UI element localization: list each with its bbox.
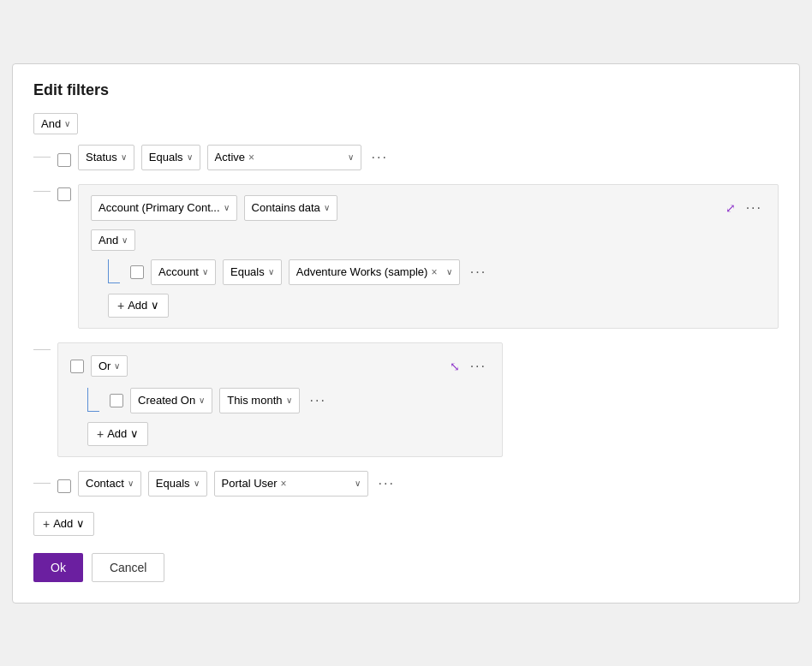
- field-dropdown-status[interactable]: Status ∨: [78, 145, 134, 170]
- operator-dropdown-createdon[interactable]: This month ∨: [219, 388, 299, 413]
- field-dropdown-nested-account[interactable]: Account ∨: [151, 259, 216, 285]
- add-label-or: Add: [107, 427, 127, 440]
- or-operator-dropdown[interactable]: Or ∨: [91, 355, 128, 377]
- row-account-checkbox[interactable]: [57, 187, 71, 201]
- add-chevron-account: ∨: [151, 299, 159, 312]
- value-tag-nested-account: Adventure Works (sample) ×: [296, 265, 438, 278]
- nested-createdon-checkbox[interactable]: [110, 394, 123, 407]
- connector-account: [33, 191, 51, 192]
- sub-and-chevron: ∨: [122, 235, 128, 245]
- field-chevron-account-group: ∨: [224, 203, 230, 212]
- filter-row-or-group: Or ∨ ⤡ ··· Created On ∨ This: [33, 342, 779, 457]
- field-label-status: Status: [86, 151, 117, 164]
- operator-label-nested-account: Equals: [230, 265, 265, 278]
- value-label-status: Active: [215, 151, 245, 164]
- nested-row-account: Account ∨ Equals ∨ Adventure Works (samp…: [91, 259, 766, 285]
- nested-account-checkbox[interactable]: [130, 265, 144, 279]
- more-button-account-group[interactable]: ···: [743, 195, 766, 221]
- field-chevron-status: ∨: [121, 152, 127, 162]
- filter-row-account-group: Account (Primary Cont... ∨ Contains data…: [33, 184, 779, 329]
- value-dropdown-contact[interactable]: Portal User × ∨: [214, 471, 368, 497]
- plus-icon-account: +: [117, 299, 124, 312]
- add-button-account-group[interactable]: + Add ∨: [108, 294, 169, 318]
- add-button-bottom[interactable]: + Add ∨: [33, 512, 94, 536]
- value-close-contact[interactable]: ×: [281, 478, 287, 490]
- value-tag-status: Active ×: [215, 151, 254, 164]
- plus-icon-bottom: +: [43, 517, 50, 531]
- add-button-or-group[interactable]: + Add ∨: [87, 422, 148, 446]
- field-dropdown-createdon[interactable]: Created On ∨: [130, 388, 212, 413]
- or-group-header: Or ∨ ⤡ ···: [70, 354, 490, 379]
- more-button-status[interactable]: ···: [368, 145, 391, 170]
- operator-dropdown-status[interactable]: Equals ∨: [141, 145, 200, 170]
- value-label-contact: Portal User: [222, 477, 278, 490]
- value-chevron-contact: ∨: [355, 479, 361, 488]
- operator-label-status: Equals: [149, 151, 183, 164]
- operator-chevron-status: ∨: [187, 152, 193, 162]
- value-chevron-status: ∨: [348, 152, 354, 162]
- operator-dropdown-contact[interactable]: Equals ∨: [148, 471, 207, 497]
- operator-label-account-group: Contains data: [252, 201, 320, 214]
- sub-and-label: And: [99, 234, 118, 247]
- sub-and-operator: And ∨: [91, 229, 766, 251]
- or-operator-label: Or: [99, 360, 110, 372]
- or-group-checkbox[interactable]: [70, 360, 84, 373]
- more-button-contact[interactable]: ···: [375, 471, 398, 497]
- more-button-createdon[interactable]: ···: [307, 388, 330, 413]
- connector-line: [33, 157, 51, 158]
- operator-dropdown-account-group[interactable]: Contains data ∨: [244, 195, 337, 221]
- row-status-checkbox[interactable]: [57, 153, 71, 167]
- operator-label-contact: Equals: [156, 477, 190, 490]
- operator-dropdown-nested-account[interactable]: Equals ∨: [223, 259, 282, 285]
- field-chevron-nested-account: ∨: [202, 267, 208, 277]
- field-label-createdon: Created On: [138, 394, 195, 407]
- value-chevron-nested-account: ∨: [446, 267, 452, 277]
- or-add-area: + Add ∨: [70, 422, 490, 446]
- account-group-header: Account (Primary Cont... ∨ Contains data…: [91, 195, 766, 221]
- modal-title: Edit filters: [33, 81, 779, 99]
- add-label-account: Add: [128, 299, 147, 312]
- more-button-or-group[interactable]: ···: [467, 354, 490, 379]
- top-operator-label: And: [41, 117, 61, 130]
- field-dropdown-account-group[interactable]: Account (Primary Cont... ∨: [91, 195, 237, 221]
- operator-chevron-contact: ∨: [194, 479, 200, 488]
- connector-or: [33, 349, 51, 350]
- collapse-or-group[interactable]: ⤡: [450, 360, 460, 373]
- bracket-account: [108, 259, 120, 283]
- or-operator-chevron: ∨: [114, 361, 120, 371]
- value-tag-contact: Portal User ×: [222, 477, 287, 490]
- nested-add-area-account: + Add ∨: [91, 294, 766, 318]
- operator-chevron-account-group: ∨: [324, 203, 330, 212]
- filter-rows: Status ∨ Equals ∨ Active × ∨ ···: [33, 145, 779, 503]
- field-chevron-contact: ∨: [128, 479, 134, 488]
- value-dropdown-status[interactable]: Active × ∨: [207, 145, 361, 170]
- value-label-nested-account: Adventure Works (sample): [296, 265, 428, 278]
- connector-contact: [33, 483, 51, 484]
- value-dropdown-nested-account[interactable]: Adventure Works (sample) × ∨: [289, 259, 460, 285]
- collapse-account-group[interactable]: ⤢: [725, 201, 736, 215]
- footer: Ok Cancel: [33, 553, 779, 582]
- operator-chevron-nested-account: ∨: [268, 267, 274, 277]
- field-label-contact: Contact: [86, 477, 124, 490]
- plus-icon-or: +: [97, 427, 104, 441]
- top-operator-chevron: ∨: [64, 119, 70, 128]
- operator-label-createdon: This month: [227, 394, 282, 407]
- nested-row-createdon: Created On ∨ This month ∨ ···: [70, 388, 490, 413]
- add-chevron-or: ∨: [130, 427, 139, 440]
- filter-row-contact: Contact ∨ Equals ∨ Portal User × ∨ ···: [33, 471, 779, 497]
- account-nested-group: Account (Primary Cont... ∨ Contains data…: [78, 184, 779, 329]
- ok-button[interactable]: Ok: [33, 553, 83, 582]
- field-dropdown-contact[interactable]: Contact ∨: [78, 471, 141, 497]
- add-label-bottom: Add: [53, 517, 73, 530]
- top-operator-dropdown[interactable]: And ∨: [33, 113, 78, 134]
- value-close-nested-account[interactable]: ×: [431, 266, 437, 278]
- value-close-status[interactable]: ×: [248, 152, 254, 164]
- field-label-nested-account: Account: [158, 265, 199, 278]
- more-button-nested-account[interactable]: ···: [467, 259, 490, 285]
- or-nested-group: Or ∨ ⤡ ··· Created On ∨ This: [57, 342, 503, 457]
- field-chevron-createdon: ∨: [199, 395, 205, 405]
- sub-and-dropdown[interactable]: And ∨: [91, 229, 135, 251]
- edit-filters-modal: Edit filters And ∨ Status ∨ Equals ∨ Act…: [12, 63, 800, 604]
- cancel-button[interactable]: Cancel: [92, 553, 165, 582]
- row-contact-checkbox[interactable]: [57, 479, 71, 493]
